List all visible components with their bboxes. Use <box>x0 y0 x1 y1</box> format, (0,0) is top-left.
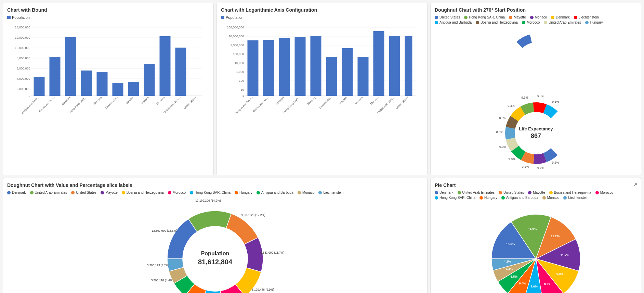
chart-bound-legend: Population <box>7 15 209 20</box>
lv-bos: Bosnia and Herzegovina <box>122 191 164 194</box>
svg-text:100,000,000: 100,000,000 <box>227 26 244 29</box>
doughnut270-label-9: 9.5% <box>537 95 544 98</box>
svg-text:Mayotte: Mayotte <box>125 96 134 105</box>
dot-lv-lie <box>318 191 322 194</box>
svg-text:Antigua and Barb...: Antigua and Barb... <box>21 96 40 115</box>
log-bar-antigua <box>248 40 259 96</box>
svg-text:Monaco: Monaco <box>354 96 364 105</box>
doughnut270-label-8: 9.3% <box>521 96 528 99</box>
dot-pie-may <box>528 191 531 194</box>
dot-mor <box>522 21 525 24</box>
dv-slice-1 <box>188 211 231 232</box>
svg-text:United Arab Emir...: United Arab Emir... <box>377 96 395 114</box>
dot-mon <box>530 16 534 19</box>
pie-us: United States <box>499 191 524 194</box>
doughnut270-svg <box>498 25 574 97</box>
bar-monaco <box>144 64 155 96</box>
pie-may: Mayotte <box>528 191 545 194</box>
chart-log-title: Chart with Logarithmic Axis Configuratio… <box>221 7 423 13</box>
log-bar-hk <box>295 37 306 96</box>
pie-label-5: 8.2% <box>544 282 551 286</box>
lbl-lv-ant: Antigua and Barbuda <box>261 191 293 194</box>
lbl-pie-may: Mayotte <box>533 191 545 194</box>
pie-lie: Liechtenstein <box>563 196 588 200</box>
dv-label-9: 3,598,118 (4.4%) <box>151 279 173 282</box>
legend-label-population: Population <box>12 15 30 20</box>
doughnut270-container <box>435 27 637 95</box>
svg-text:Hong Kong SAR...: Hong Kong SAR... <box>282 96 301 114</box>
label-may: Mayotte <box>514 15 526 19</box>
bar-antigua <box>34 77 45 96</box>
pie-label-7: 6.4% <box>519 282 526 285</box>
dot-pie-bos <box>549 191 553 194</box>
legend-item-ant: Antigua and Barbuda <box>435 21 472 24</box>
doughnut270-label-5: 8.8% <box>496 130 503 134</box>
label-ant: Antigua and Barbuda <box>439 21 472 24</box>
bar-denmark <box>65 37 76 96</box>
doughnut270-label-0: 9.2% <box>552 161 559 164</box>
svg-text:Denmark: Denmark <box>275 95 285 106</box>
doughnut270-label-10: 9.1% <box>552 100 559 103</box>
bar-bosnia <box>50 57 61 96</box>
log-bar-uae <box>389 36 400 96</box>
dot-lv-uae <box>30 191 34 194</box>
label-bos: Bosnia and Herzegovina <box>481 21 518 24</box>
legend-item-may: Mayotte <box>509 15 526 19</box>
pie-label-1: 14.9% <box>528 227 537 231</box>
dot-pie-mor <box>595 191 599 194</box>
lv-hun: Hungary <box>235 191 252 194</box>
lbl-lv-uae: United Arab Emirates <box>35 191 67 194</box>
lbl-pie-mon: Monaco <box>547 196 560 200</box>
doughnut270-group: Life Expectancy 867 <box>505 102 558 164</box>
legend-label-log: Population <box>226 15 244 20</box>
lv-mon: Monaco <box>298 191 315 194</box>
doughnut270-wrapper: Life Expectancy 867 9.2%9.2%9.1%9.0%9.0%… <box>435 95 637 171</box>
log-bar-liecht <box>326 57 337 96</box>
chart-doughnut-value-legend: Denmark United Arab Emirates United Stat… <box>7 191 423 194</box>
lbl-pie-us: United States <box>503 191 524 194</box>
svg-text:8,000,000: 8,000,000 <box>16 56 30 60</box>
chart-doughnut270-card: Doughnut Chart with 270* Start Position … <box>430 3 641 175</box>
dot-pie-hun <box>479 196 483 200</box>
chart-pie-title: Pie Chart <box>435 182 637 188</box>
legend-item-mor: Morocco <box>522 21 540 24</box>
legend-item-log-pop: Population <box>221 15 244 20</box>
svg-text:Hong Kong SAR...: Hong Kong SAR... <box>69 96 87 114</box>
chart-bound-card: Chart with Bound Population 14,000,000 1… <box>3 3 214 175</box>
lv-may: Mayotte <box>101 191 118 194</box>
svg-text:10,000,000: 10,000,000 <box>228 35 244 38</box>
chart-doughnut-value-title: Doughnut Chart with Value and Percentage… <box>7 182 423 188</box>
log-bar-mayotte <box>342 48 353 96</box>
dashboard: Chart with Bound Population 14,000,000 1… <box>0 0 644 293</box>
bar-uae <box>175 48 186 96</box>
log-bar-us <box>405 36 412 96</box>
dot-lv-mon <box>298 191 301 194</box>
pie-hun: Hungary <box>479 196 497 200</box>
svg-text:Hungary: Hungary <box>93 96 103 105</box>
dv-label-0: 12,697,909 (15.6%) <box>152 229 177 232</box>
lv-ant: Antigua and Barbuda <box>257 191 293 194</box>
dot-pie-us <box>499 191 502 194</box>
label-hk: Hong Kong SAR, China <box>469 15 505 19</box>
doughnut270-label-6: 8.3% <box>499 116 506 120</box>
chart-log-legend: Population <box>221 15 423 20</box>
label-den: Denmark <box>556 15 570 19</box>
log-bar-morocco <box>373 31 384 96</box>
dv-label-2: 9,937,628 (12.2%) <box>241 213 265 217</box>
chart-log-card: Chart with Logarithmic Axis Configuratio… <box>216 3 428 175</box>
bar-chart-bound-svg: 14,000,000 12,000,000 10,000,000 8,000,0… <box>7 22 209 118</box>
log-bar-denmark <box>279 38 290 96</box>
dot-lv-us <box>71 191 75 194</box>
dot-lv-ant <box>257 191 260 194</box>
doughnut270-label-3: 9.0% <box>508 157 515 161</box>
dot-hk <box>464 16 468 19</box>
lv-denmark: Denmark <box>7 191 26 194</box>
dot-pie-uae <box>458 191 461 194</box>
expand-icon[interactable]: ↗ <box>633 182 638 187</box>
lbl-lv-hun: Hungary <box>239 191 252 194</box>
label-uae270: United Arab Emirates <box>549 21 581 24</box>
legend-item-bos: Bosnia and Herzegovina <box>476 21 518 24</box>
pie-ant: Antigua and Barbuda <box>501 196 538 200</box>
svg-text:Monaco: Monaco <box>141 96 150 105</box>
lv-hk: Hong Kong SAR, China <box>190 191 231 194</box>
